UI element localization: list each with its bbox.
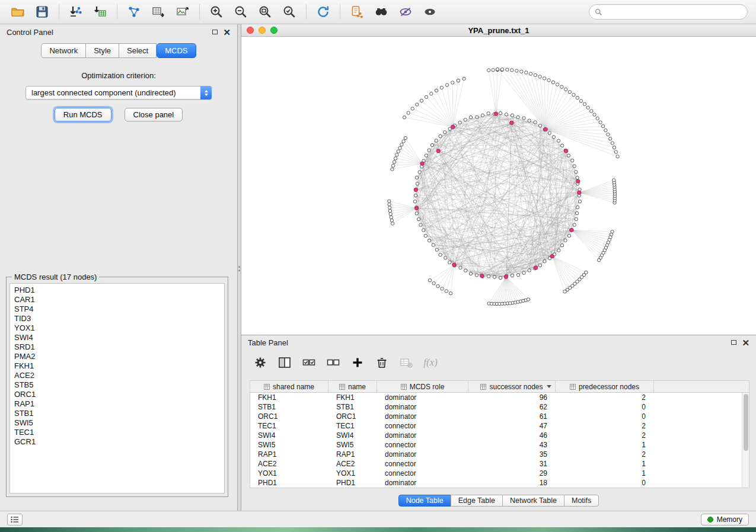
- network-node[interactable]: [568, 91, 571, 94]
- network-node[interactable]: [425, 95, 428, 98]
- column-header-shared-name[interactable]: shared name: [250, 381, 328, 392]
- network-node[interactable]: [496, 68, 499, 70]
- network-node[interactable]: [391, 222, 394, 225]
- network-node[interactable]: [402, 140, 405, 143]
- network-node[interactable]: [516, 116, 519, 118]
- network-hub-node[interactable]: [494, 112, 497, 116]
- network-node[interactable]: [398, 146, 401, 149]
- network-node[interactable]: [567, 154, 570, 157]
- network-node[interactable]: [394, 157, 397, 160]
- network-node[interactable]: [575, 211, 578, 214]
- network-node[interactable]: [613, 146, 615, 149]
- list-item[interactable]: STB1: [14, 409, 220, 418]
- network-node[interactable]: [552, 136, 555, 139]
- network-node[interactable]: [578, 200, 581, 203]
- network-node[interactable]: [445, 84, 448, 86]
- network-node[interactable]: [464, 118, 467, 121]
- network-node[interactable]: [604, 129, 607, 132]
- network-node[interactable]: [586, 106, 589, 109]
- network-node[interactable]: [538, 264, 541, 267]
- tab-network-table[interactable]: Network Table: [502, 495, 564, 507]
- table-row[interactable]: SWI4SWI4dominator462: [250, 431, 742, 440]
- network-hub-node[interactable]: [452, 263, 456, 267]
- table-row[interactable]: PHD1PHD1dominator180: [250, 478, 742, 488]
- network-hub-node[interactable]: [550, 254, 554, 258]
- table-row[interactable]: TEC1TEC1connector472: [250, 421, 742, 431]
- network-node[interactable]: [481, 114, 484, 117]
- network-node[interactable]: [522, 117, 525, 120]
- add-button[interactable]: [350, 355, 365, 370]
- network-node[interactable]: [432, 243, 435, 246]
- memory-button[interactable]: Memory: [701, 514, 749, 525]
- network-node[interactable]: [395, 153, 398, 156]
- network-node[interactable]: [579, 100, 582, 102]
- network-node[interactable]: [424, 234, 427, 237]
- column-header-predecessor-nodes[interactable]: predecessor nodes: [556, 381, 654, 392]
- tab-edge-table[interactable]: Edge Table: [451, 495, 503, 507]
- search-input[interactable]: [606, 8, 742, 16]
- tab-style[interactable]: Style: [86, 43, 119, 58]
- network-node[interactable]: [476, 116, 479, 118]
- network-node[interactable]: [543, 259, 546, 262]
- network-hub-node[interactable]: [436, 149, 440, 153]
- network-node[interactable]: [613, 179, 615, 182]
- table-row[interactable]: SWI5SWI5connector431: [250, 440, 742, 450]
- network-hub-node[interactable]: [570, 228, 573, 232]
- network-node[interactable]: [449, 292, 452, 295]
- new-network-button[interactable]: [125, 2, 143, 21]
- network-node[interactable]: [475, 274, 478, 277]
- column-header-mcds-role[interactable]: MCDS role: [377, 381, 468, 392]
- network-node[interactable]: [614, 150, 617, 153]
- network-node[interactable]: [576, 206, 579, 209]
- network-node[interactable]: [444, 257, 447, 259]
- zoom-fit-button[interactable]: [256, 2, 275, 21]
- list-item[interactable]: SWI5: [14, 418, 220, 428]
- network-node[interactable]: [388, 209, 391, 212]
- network-node[interactable]: [543, 77, 546, 80]
- network-node[interactable]: [548, 132, 551, 134]
- network-node[interactable]: [575, 217, 578, 220]
- network-hub-node[interactable]: [564, 149, 568, 153]
- window-zoom-button[interactable]: [270, 27, 277, 34]
- network-node[interactable]: [534, 121, 537, 124]
- network-node[interactable]: [616, 155, 619, 158]
- open-session-button[interactable]: [8, 2, 27, 21]
- criterion-select[interactable]: largest connected component (undirected): [25, 86, 212, 100]
- network-node[interactable]: [451, 81, 454, 84]
- network-node[interactable]: [576, 176, 579, 179]
- network-hub-node[interactable]: [544, 127, 547, 131]
- network-node[interactable]: [464, 269, 467, 272]
- network-node[interactable]: [428, 279, 431, 282]
- network-hub-node[interactable]: [576, 180, 580, 183]
- network-node[interactable]: [428, 239, 430, 242]
- network-node[interactable]: [403, 116, 406, 119]
- network-hub-node[interactable]: [415, 206, 419, 210]
- network-node[interactable]: [391, 164, 394, 167]
- network-node[interactable]: [445, 290, 448, 293]
- network-node[interactable]: [388, 203, 391, 206]
- network-node[interactable]: [390, 216, 393, 219]
- zoom-out-button[interactable]: [231, 2, 250, 21]
- columns-button[interactable]: [277, 355, 292, 370]
- network-node[interactable]: [511, 114, 513, 117]
- network-node[interactable]: [557, 249, 560, 252]
- network-node[interactable]: [448, 261, 451, 264]
- tab-node-table[interactable]: Node Table: [398, 495, 451, 507]
- network-node[interactable]: [415, 176, 418, 179]
- network-node[interactable]: [459, 266, 462, 269]
- network-node[interactable]: [390, 219, 393, 222]
- close-panel-icon[interactable]: ✕: [223, 28, 231, 37]
- network-node[interactable]: [440, 86, 443, 89]
- network-node[interactable]: [439, 134, 442, 137]
- list-item[interactable]: ACE2: [14, 371, 220, 380]
- table-vertical-scrollbar[interactable]: [742, 393, 749, 488]
- float-table-panel-icon[interactable]: [731, 340, 736, 345]
- network-node[interactable]: [561, 144, 564, 147]
- list-item[interactable]: GCR1: [14, 437, 220, 447]
- panel-splitter[interactable]: [237, 24, 241, 511]
- network-node[interactable]: [411, 107, 414, 110]
- network-node[interactable]: [436, 284, 439, 287]
- close-panel-button[interactable]: Close panel: [125, 108, 183, 121]
- delete-button[interactable]: [375, 355, 389, 370]
- list-item[interactable]: ORC1: [14, 390, 220, 399]
